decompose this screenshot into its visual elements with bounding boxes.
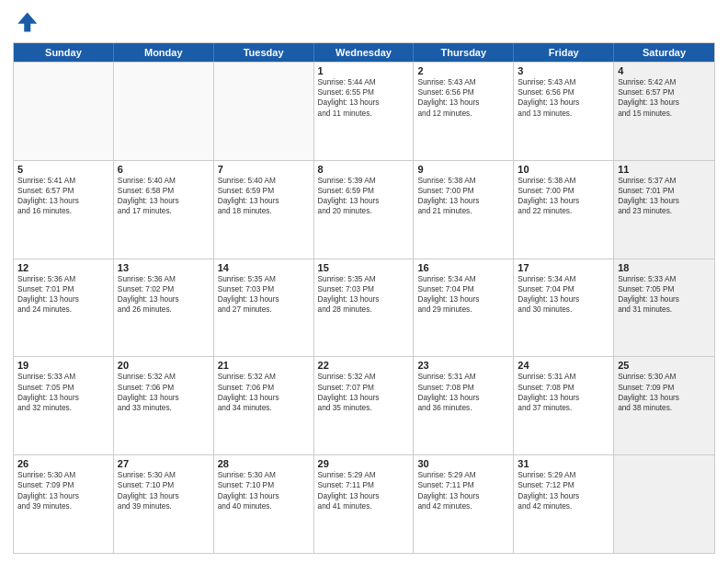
cell-line: and 17 minutes.: [118, 206, 210, 216]
cell-line: Sunset: 7:01 PM: [618, 186, 711, 196]
calendar-cell: 26Sunrise: 5:30 AMSunset: 7:09 PMDayligh…: [14, 455, 114, 553]
day-number: 2: [417, 65, 509, 76]
day-number: 14: [218, 262, 310, 273]
cell-line: Daylight: 13 hours: [17, 491, 109, 501]
calendar-cell: 17Sunrise: 5:34 AMSunset: 7:04 PMDayligh…: [514, 259, 614, 357]
cell-line: Sunrise: 5:30 AM: [618, 372, 711, 382]
day-number: 8: [318, 164, 410, 175]
cell-line: Sunset: 7:08 PM: [417, 383, 509, 393]
cell-line: Daylight: 13 hours: [17, 294, 109, 304]
calendar-header-wednesday: Wednesday: [314, 43, 415, 62]
cell-line: Sunset: 7:00 PM: [417, 186, 509, 196]
cell-line: Daylight: 13 hours: [417, 491, 509, 501]
cell-line: Sunset: 7:02 PM: [118, 284, 210, 294]
calendar-cell: 15Sunrise: 5:35 AMSunset: 7:03 PMDayligh…: [314, 259, 415, 357]
cell-line: Sunset: 6:59 PM: [318, 186, 410, 196]
calendar-cell: 6Sunrise: 5:40 AMSunset: 6:58 PMDaylight…: [114, 161, 214, 259]
cell-line: and 39 minutes.: [17, 501, 109, 511]
cell-line: Sunrise: 5:30 AM: [17, 470, 109, 480]
day-number: 15: [318, 262, 410, 273]
calendar-cell: 20Sunrise: 5:32 AMSunset: 7:06 PMDayligh…: [114, 357, 214, 454]
calendar-cell: 13Sunrise: 5:36 AMSunset: 7:02 PMDayligh…: [114, 259, 214, 357]
cell-line: and 41 minutes.: [318, 501, 410, 511]
day-number: 26: [17, 458, 109, 469]
calendar-header-tuesday: Tuesday: [214, 43, 314, 62]
day-number: 20: [118, 360, 210, 371]
cell-line: and 21 minutes.: [417, 206, 509, 216]
cell-line: and 13 minutes.: [518, 109, 609, 119]
cell-line: and 42 minutes.: [417, 501, 509, 511]
cell-line: and 26 minutes.: [118, 304, 210, 315]
calendar-header-monday: Monday: [114, 43, 214, 62]
day-number: 19: [17, 360, 109, 371]
calendar-header-saturday: Saturday: [614, 43, 714, 62]
cell-line: and 12 minutes.: [417, 109, 509, 119]
day-number: 4: [618, 65, 711, 76]
calendar-cell: [114, 63, 214, 160]
cell-line: Sunset: 7:06 PM: [118, 383, 210, 393]
cell-line: Sunset: 6:57 PM: [618, 87, 711, 98]
cell-line: and 24 minutes.: [17, 304, 109, 315]
calendar-header-friday: Friday: [514, 43, 614, 62]
cell-line: Sunrise: 5:34 AM: [417, 274, 509, 284]
cell-line: Sunset: 7:12 PM: [518, 480, 609, 490]
header: [13, 9, 715, 35]
svg-marker-0: [17, 13, 37, 32]
day-number: 10: [518, 164, 609, 175]
day-number: 18: [618, 262, 711, 273]
cell-line: Sunrise: 5:33 AM: [618, 274, 711, 284]
calendar-cell: 23Sunrise: 5:31 AMSunset: 7:08 PMDayligh…: [414, 357, 514, 454]
day-number: 29: [318, 458, 410, 469]
cell-line: Sunrise: 5:44 AM: [318, 77, 410, 87]
cell-line: Sunrise: 5:32 AM: [318, 372, 410, 382]
cell-line: and 27 minutes.: [218, 304, 310, 315]
cell-line: Daylight: 13 hours: [218, 196, 310, 206]
cell-line: Sunrise: 5:38 AM: [518, 176, 609, 186]
day-number: 23: [417, 360, 509, 371]
day-number: 17: [518, 262, 609, 273]
cell-line: and 18 minutes.: [218, 206, 310, 216]
calendar-cell: [14, 63, 114, 160]
cell-line: Sunrise: 5:43 AM: [417, 77, 509, 87]
day-number: 11: [618, 164, 711, 175]
cell-line: Daylight: 13 hours: [518, 98, 609, 108]
cell-line: Sunset: 6:57 PM: [17, 186, 109, 196]
cell-line: Sunrise: 5:29 AM: [518, 470, 609, 480]
cell-line: Daylight: 13 hours: [618, 294, 711, 304]
calendar-cell: 12Sunrise: 5:36 AMSunset: 7:01 PMDayligh…: [14, 259, 114, 357]
cell-line: Sunset: 7:01 PM: [17, 284, 109, 294]
cell-line: Daylight: 13 hours: [118, 393, 210, 403]
calendar-cell: 14Sunrise: 5:35 AMSunset: 7:03 PMDayligh…: [214, 259, 314, 357]
day-number: 7: [218, 164, 310, 175]
day-number: 5: [17, 164, 109, 175]
cell-line: Sunrise: 5:37 AM: [618, 176, 711, 186]
cell-line: Sunrise: 5:32 AM: [118, 372, 210, 382]
cell-line: Sunset: 7:03 PM: [218, 284, 310, 294]
cell-line: Sunset: 7:04 PM: [518, 284, 609, 294]
cell-line: Sunrise: 5:39 AM: [318, 176, 410, 186]
calendar-cell: [214, 63, 314, 160]
cell-line: Daylight: 13 hours: [417, 196, 509, 206]
cell-line: Sunset: 7:06 PM: [218, 383, 310, 393]
cell-line: Daylight: 13 hours: [17, 393, 109, 403]
cell-line: Daylight: 13 hours: [218, 393, 310, 403]
cell-line: and 38 minutes.: [618, 403, 711, 413]
calendar-header-sunday: Sunday: [14, 43, 114, 62]
cell-line: Sunrise: 5:29 AM: [318, 470, 410, 480]
cell-line: Sunset: 7:08 PM: [518, 383, 609, 393]
cell-line: Daylight: 13 hours: [417, 294, 509, 304]
logo-icon: [13, 9, 39, 35]
calendar-cell: 21Sunrise: 5:32 AMSunset: 7:06 PMDayligh…: [214, 357, 314, 454]
cell-line: Daylight: 13 hours: [618, 98, 711, 108]
cell-line: Sunset: 6:56 PM: [417, 87, 509, 98]
cell-line: Sunset: 7:04 PM: [417, 284, 509, 294]
day-number: 16: [417, 262, 509, 273]
calendar-cell: 10Sunrise: 5:38 AMSunset: 7:00 PMDayligh…: [514, 161, 614, 259]
calendar-header-row: SundayMondayTuesdayWednesdayThursdayFrid…: [14, 43, 714, 62]
cell-line: Sunrise: 5:31 AM: [417, 372, 509, 382]
cell-line: Daylight: 13 hours: [318, 98, 410, 108]
cell-line: Sunrise: 5:33 AM: [17, 372, 109, 382]
cell-line: Daylight: 13 hours: [118, 491, 210, 501]
cell-line: Sunrise: 5:35 AM: [218, 274, 310, 284]
cell-line: and 31 minutes.: [618, 304, 711, 315]
